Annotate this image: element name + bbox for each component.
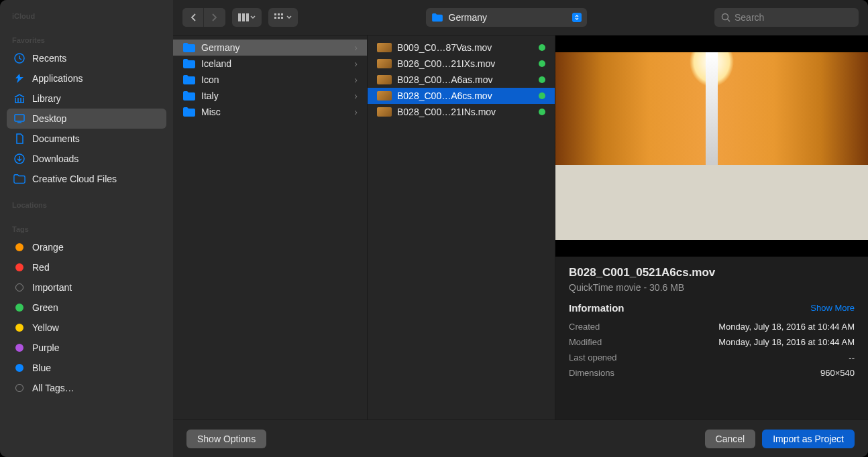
svg-rect-9 [281, 13, 283, 15]
sidebar-item-all-tags-[interactable]: All Tags… [7, 378, 166, 398]
grid-icon [274, 13, 285, 21]
info-key: Modified [569, 337, 602, 347]
grid-view-button[interactable] [268, 8, 298, 27]
svg-rect-10 [274, 17, 276, 19]
info-value: 960×540 [820, 368, 855, 378]
svg-rect-4 [238, 13, 241, 21]
sidebar-item-label: Blue [32, 363, 51, 373]
info-value: Monday, July 18, 2016 at 10:44 AM [718, 322, 855, 332]
tag-icon [13, 362, 25, 374]
info-panel: B028_C001_0521A6cs.mov QuickTime movie -… [555, 257, 868, 390]
preview-subtitle: QuickTime movie - 30.6 MB [569, 282, 855, 293]
import-button[interactable]: Import as Project [762, 430, 855, 448]
tag-dot-green-icon [539, 76, 545, 83]
video-thumbnail-icon [377, 59, 392, 68]
tag-icon [13, 302, 25, 314]
svg-rect-8 [278, 13, 280, 15]
chevron-right-icon: › [354, 90, 358, 101]
sidebar-item-label: Library [32, 93, 61, 104]
sidebar-item-applications[interactable]: Applications [7, 68, 166, 88]
show-options-button[interactable]: Show Options [186, 430, 266, 448]
sidebar-item-orange[interactable]: Orange [7, 237, 166, 257]
info-key: Created [569, 322, 600, 332]
info-row: CreatedMonday, July 18, 2016 at 10:44 AM [569, 319, 855, 334]
view-buttons [232, 8, 262, 27]
svg-line-14 [728, 19, 730, 22]
file-browser-window: iCloudFavoritesRecentsApplicationsLibrar… [0, 0, 868, 457]
folder-row[interactable]: Germany › [173, 40, 367, 56]
folder-icon [182, 58, 196, 69]
sidebar-item-blue[interactable]: Blue [7, 358, 166, 378]
chevron-right-icon: › [354, 58, 358, 69]
file-name: B009_C0…87Vas.mov [397, 42, 533, 53]
file-name: B026_C00…21IXs.mov [397, 58, 533, 69]
sidebar: iCloudFavoritesRecentsApplicationsLibrar… [0, 0, 173, 457]
tag-dot-green-icon [539, 92, 545, 99]
sidebar-item-desktop[interactable]: Desktop [7, 109, 166, 129]
folder-icon [431, 13, 443, 22]
nav-buttons [182, 8, 225, 27]
sidebar-item-label: Important [32, 282, 72, 293]
download-icon [13, 153, 25, 165]
svg-point-13 [722, 14, 728, 20]
video-thumbnail-icon [377, 107, 392, 117]
folder-row[interactable]: Misc › [173, 104, 367, 120]
video-thumbnail-icon [377, 91, 392, 101]
back-button[interactable] [182, 8, 204, 27]
info-value: -- [849, 352, 855, 363]
sidebar-section-header: Locations [7, 198, 166, 213]
path-label: Germany [449, 12, 567, 23]
sidebar-item-downloads[interactable]: Downloads [7, 149, 166, 169]
path-dropdown[interactable]: Germany [426, 8, 587, 27]
info-row: Last opened-- [569, 350, 855, 365]
folder-row[interactable]: Iceland › [173, 56, 367, 72]
folder-row[interactable]: Icon › [173, 72, 367, 88]
chevron-right-icon: › [354, 42, 358, 53]
preview-image [555, 52, 868, 240]
sidebar-item-creative-cloud-files[interactable]: Creative Cloud Files [7, 169, 166, 189]
sidebar-item-library[interactable]: Library [7, 88, 166, 109]
tag-outline-icon [13, 382, 25, 394]
sidebar-section-header: Favorites [7, 34, 166, 48]
sidebar-item-label: Recents [32, 53, 66, 64]
sidebar-item-documents[interactable]: Documents [7, 129, 166, 149]
library-icon [13, 92, 25, 105]
folder-icon [182, 74, 196, 85]
updown-icon [572, 13, 582, 22]
sidebar-item-red[interactable]: Red [7, 257, 166, 277]
file-row[interactable]: B028_C00…A6as.mov [368, 72, 555, 88]
forward-button[interactable] [204, 8, 225, 27]
tag-dot-green-icon [539, 60, 545, 67]
sidebar-item-green[interactable]: Green [7, 298, 166, 318]
preview-area [555, 36, 868, 257]
search-field[interactable] [714, 8, 859, 27]
folder-name: Iceland [201, 58, 349, 69]
search-input[interactable] [735, 12, 852, 23]
sidebar-item-label: All Tags… [32, 383, 74, 393]
video-thumbnail-icon [377, 75, 392, 84]
sidebar-item-label: Purple [32, 342, 59, 353]
chevron-down-icon [286, 15, 292, 20]
tag-icon [13, 241, 25, 253]
file-row[interactable]: B026_C00…21IXs.mov [368, 56, 555, 72]
sidebar-item-yellow[interactable]: Yellow [7, 318, 166, 338]
column-view-button[interactable] [232, 8, 262, 27]
file-row[interactable]: B009_C0…87Vas.mov [368, 40, 555, 56]
file-row[interactable]: B028_C00…A6cs.mov [368, 88, 555, 104]
sidebar-item-important[interactable]: Important [7, 277, 166, 298]
sidebar-item-recents[interactable]: Recents [7, 48, 166, 68]
show-more-link[interactable]: Show More [810, 303, 855, 313]
info-value: Monday, July 18, 2016 at 10:44 AM [718, 337, 855, 347]
tag-icon [13, 322, 25, 334]
file-row[interactable]: B028_C00…21INs.mov [368, 104, 555, 120]
file-name: B028_C00…21INs.mov [397, 107, 533, 117]
footer: Show Options Cancel Import as Project [173, 419, 868, 457]
cancel-button[interactable]: Cancel [705, 430, 756, 448]
sidebar-item-label: Yellow [32, 322, 59, 333]
toolbar: Germany [173, 0, 868, 35]
folder-row[interactable]: Italy › [173, 88, 367, 104]
sidebar-item-label: Green [32, 302, 58, 313]
svg-rect-11 [278, 17, 280, 19]
folder-icon [13, 173, 25, 185]
sidebar-item-purple[interactable]: Purple [7, 338, 166, 358]
